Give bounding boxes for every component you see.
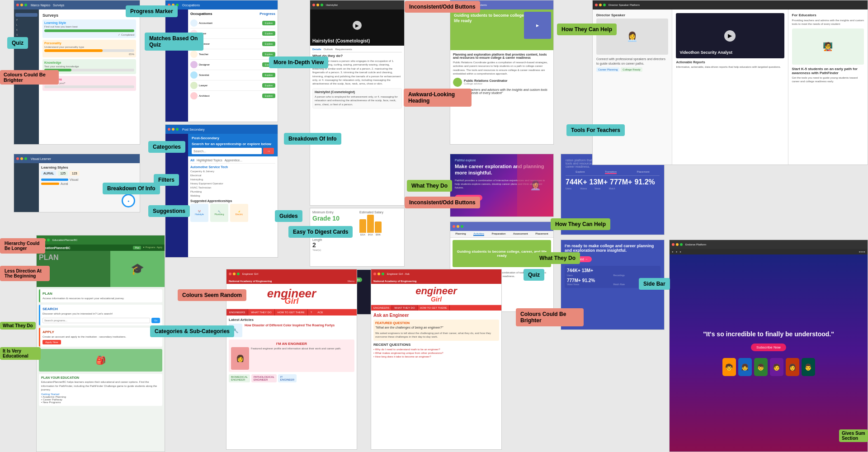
label-filters: Filters: [154, 174, 179, 186]
label-inconsistent-odd-1: Inconsistent/Odd Buttons: [405, 1, 480, 13]
label-less-direction: Less Direction At The Beginning: [0, 266, 50, 281]
label-colours-random: Colours Seem Random: [178, 289, 246, 301]
label-categories-subcategories: Categories & Sub-Categories: [150, 325, 234, 337]
label-breakdown-of-info-1: Breakdown Of Info: [284, 133, 341, 145]
screenshot-educationplannerbc: EducationPlannerBC EducationPlannerBC Pl…: [36, 235, 165, 452]
label-quiz: Quiz: [7, 37, 28, 49]
label-suggestions: Suggestions: [148, 205, 190, 217]
main-canvas: Marco Napico Surveys P L K S Surveys Lea…: [0, 0, 868, 452]
label-what-they-do-1: What They Do: [407, 180, 452, 192]
label-progress-marker: Progress Marker: [126, 5, 178, 17]
label-what-they-do-2: What They Do: [535, 252, 580, 264]
screenshot-speaker-platform: Director Speaker Platform Director Speak…: [592, 0, 868, 165]
screenshot-quote-platform: Endorse Platform ●●●●●●● "It's so incred…: [669, 240, 868, 452]
label-side-bar: Side Bar: [639, 278, 670, 290]
screenshot-engineer-girl-2: Engineer Girl - Ask National Academy of …: [371, 269, 502, 450]
label-awkward-heading: Awkward-Looking Heading: [404, 89, 472, 107]
label-inconsistent-odd-2: Inconsistent/Odd Buttons: [405, 197, 480, 208]
screenshot-hairstylist: Hairstylist Hairstylist (Cosmetologist) …: [310, 0, 405, 206]
label-very-educational: It Is Very Educational: [0, 347, 41, 360]
screenshot-occupations: Occupations OccupationsProgress Accounta…: [165, 0, 278, 122]
label-categories: Categories: [148, 141, 185, 153]
label-gives-sum-section: Gives Sum Section: [839, 429, 868, 442]
label-how-they-can-help-2: How They Can Help: [551, 218, 610, 230]
label-guides: Guides: [275, 210, 302, 222]
label-more-in-depth-view: More In-Depth View: [269, 56, 328, 68]
label-hierarchy-could-be-longer: Hierarchy Could Be Longer: [0, 238, 45, 254]
screenshot-college-platform: Guiding Students Guiding students to bec…: [450, 0, 554, 145]
label-colours-brighter-1: Colours Could Be Brighter: [0, 70, 59, 85]
label-tools-for-teachers: Tools For Teachers: [566, 124, 625, 136]
label-how-they-can-help-1: How They Can Help: [557, 24, 617, 35]
label-breakdown-of-info-2: Breakdown Of Info: [103, 183, 160, 194]
label-easy-to-digest: Easy To Digest Cards: [288, 226, 353, 238]
label-matches-based-on-quiz: Matches Based On Quiz: [145, 33, 203, 51]
label-quiz-2: Quiz: [524, 269, 544, 281]
label-colours-brighter-2: Colours Could Be Brighter: [516, 308, 584, 326]
label-what-they-do-3: What They Do: [0, 322, 36, 330]
